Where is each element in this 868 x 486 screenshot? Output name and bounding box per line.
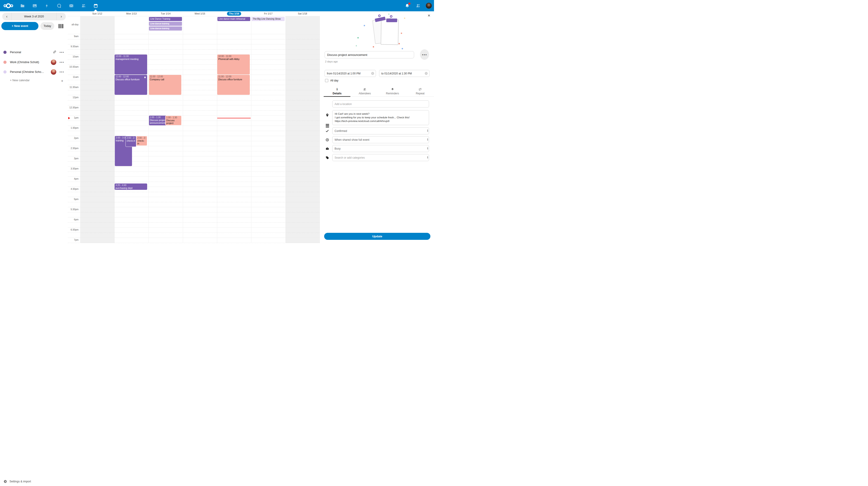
sidebar-item-work-christine[interactable]: Work (Christine Schott) ●●● <box>0 57 68 67</box>
current-time-marker <box>68 117 70 119</box>
grid-dotted-line <box>68 212 320 212</box>
grid-line <box>68 105 320 106</box>
info-icon[interactable]: i <box>426 138 429 141</box>
new-event-button[interactable]: + New event <box>1 22 38 30</box>
new-calendar-button[interactable]: + New calendar <box>10 79 30 82</box>
busy-select[interactable] <box>332 145 429 152</box>
allday-event[interactable]: Line Dance Training <box>149 17 182 21</box>
allday-event[interactable]: Line dance training <box>149 26 182 31</box>
checkbox-box[interactable] <box>325 79 328 82</box>
attendees-icon <box>363 88 366 91</box>
status-select[interactable] <box>332 127 429 134</box>
sidebar-item-personal[interactable]: Personal ●●● <box>0 47 68 57</box>
info-icon: i <box>337 88 338 91</box>
time-axis-label: 3:30pm <box>68 167 79 170</box>
time-axis-label: 3pm <box>68 157 79 160</box>
event-card[interactable]: 4:20 - 4:40purchasing dept <box>115 183 147 190</box>
contacts-menu-icon[interactable] <box>415 3 421 8</box>
grid-dotted-line <box>68 151 320 151</box>
info-icon[interactable]: i <box>426 147 429 150</box>
nextcloud-logo[interactable] <box>3 2 13 9</box>
weekend-shading <box>285 16 320 243</box>
grid-line <box>68 125 320 126</box>
user-avatar[interactable] <box>426 3 432 8</box>
categories-input[interactable] <box>332 154 429 161</box>
allday-event[interactable]: Line dance training <box>149 22 182 26</box>
categories-tag-icon <box>326 156 329 160</box>
grid-line <box>68 227 320 228</box>
app-mail-mail-icon[interactable] <box>68 0 74 11</box>
close-icon[interactable]: ✕ <box>428 13 430 18</box>
event-card[interactable]: 11:00 - 12:00Discuss office furniture <box>217 75 250 95</box>
event-actions-menu-button[interactable]: ●●● <box>420 49 429 60</box>
top-header-bar <box>0 0 434 11</box>
info-icon[interactable]: i <box>426 156 429 159</box>
event-card[interactable]: 1:00 - 1:30Discuss project <box>165 116 182 125</box>
reminder-bell-icon <box>391 88 394 91</box>
grid-dotted-line <box>68 192 320 192</box>
time-axis-label: 6:30pm <box>68 228 79 231</box>
calendar-actions-menu[interactable]: ●●● <box>59 61 64 63</box>
grid-line <box>68 156 320 156</box>
location-input[interactable] <box>332 101 429 108</box>
grid-dotted-line <box>68 39 320 39</box>
event-card[interactable]: 1:00 - 1:30Discuss project announcement <box>149 116 167 125</box>
visibility-select[interactable] <box>332 136 429 143</box>
app-photos-photos-icon[interactable] <box>31 0 38 11</box>
allday-event[interactable]: Line dance main rehearsal <box>217 17 250 21</box>
calendar-color-dot <box>3 61 6 64</box>
plus-icon[interactable]: + <box>61 79 63 83</box>
grid-dotted-line <box>68 90 320 90</box>
today-button[interactable]: Today <box>40 22 54 30</box>
grid-line <box>68 217 320 218</box>
event-card[interactable]: 11:00 - 12:00Company call <box>149 75 182 95</box>
view-toggle-button[interactable] <box>59 24 63 28</box>
week-label[interactable]: Week 3 of 2020 <box>11 13 57 20</box>
calendar-label: Personal (Christine Scho… <box>10 70 52 74</box>
info-icon[interactable]: i <box>426 129 429 132</box>
tab-attendees[interactable]: Attendees <box>351 86 379 96</box>
event-card[interactable]: 2:00 - 2:30check-in <box>136 136 147 146</box>
event-card[interactable]: 2:00 - 2:35check-in <box>125 136 136 147</box>
time-axis-label: 1:30pm <box>68 126 79 129</box>
event-card[interactable]: 10:00 - 11:00Phonecall with Abby <box>217 55 250 75</box>
calendar-actions-menu[interactable]: ●●● <box>59 51 64 53</box>
notifications-bell-icon[interactable] <box>404 3 410 8</box>
time-axis-label: 12:30pm <box>68 106 79 109</box>
time-axis-label: 2:30pm <box>68 147 79 149</box>
time-axis-label: 2pm <box>68 137 79 139</box>
allday-event[interactable]: The Big Line Dancing Show <box>252 17 284 21</box>
description-icon <box>326 124 329 127</box>
notification-dot <box>408 2 410 5</box>
event-card[interactable]: 11:00 - 12:00Discuss office furniture <box>115 75 147 95</box>
app-calendar-calendar-icon[interactable] <box>92 0 99 11</box>
start-datetime-field[interactable] <box>324 70 376 77</box>
previous-week-button[interactable]: ‹ <box>2 13 11 20</box>
app-talk-talk-icon[interactable] <box>56 0 62 11</box>
column-divider <box>285 16 286 243</box>
next-week-button[interactable]: › <box>57 13 66 20</box>
grid-dotted-line <box>68 161 320 162</box>
event-card[interactable]: 10:00 - 11:00management meeting <box>115 55 147 75</box>
grid-dotted-line <box>68 222 320 223</box>
share-link-icon[interactable] <box>53 50 56 55</box>
tab-repeat[interactable]: Repeat <box>406 86 434 96</box>
app-activity-lightning-icon[interactable] <box>43 0 50 11</box>
update-button[interactable]: Update <box>324 233 430 240</box>
calendar-actions-menu[interactable]: ●●● <box>59 71 64 73</box>
time-axis-label: 7pm <box>68 238 79 241</box>
all-day-checkbox[interactable]: All day <box>325 79 338 82</box>
grid-dotted-line <box>68 49 320 50</box>
event-title-input[interactable] <box>324 51 414 58</box>
time-axis-label: 10:30am <box>68 65 79 68</box>
event-title: check-in <box>127 139 135 142</box>
app-files-folder-icon[interactable] <box>19 0 26 11</box>
sidebar-item-personal-christine[interactable]: Personal (Christine Scho… ●●● <box>0 67 68 77</box>
description-textarea[interactable]: Hi Carl! are you in next week? I got som… <box>332 110 429 125</box>
tab-details[interactable]: i Details <box>323 86 351 96</box>
tab-reminders[interactable]: Reminders <box>379 86 406 96</box>
app-contacts-contacts-icon[interactable] <box>80 0 87 11</box>
grid-line <box>68 176 320 177</box>
active-tab-underline <box>324 96 350 97</box>
end-datetime-field[interactable] <box>379 70 430 77</box>
